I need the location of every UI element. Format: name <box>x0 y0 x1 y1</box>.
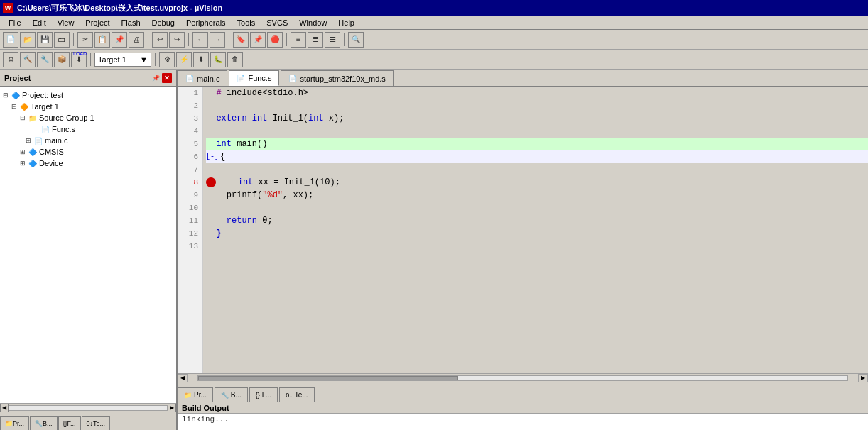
fwd-btn[interactable]: → <box>210 32 225 48</box>
expand-device[interactable]: ⊞ <box>20 160 27 167</box>
ln-4: 4 <box>178 125 202 138</box>
target-label: Target 1 <box>31 102 59 111</box>
cut-btn[interactable]: ✂ <box>77 32 93 48</box>
menu-item-svcs[interactable]: SVCS <box>261 17 293 28</box>
expand-cmsis[interactable]: ⊞ <box>20 148 27 155</box>
code-pp-1 <box>206 87 216 99</box>
tree-device[interactable]: ⊞ 🔷 Device <box>0 158 176 169</box>
proj-tab-project[interactable]: 📁 Pr... <box>0 416 29 430</box>
collapse-btn-6[interactable]: [-] <box>206 150 219 163</box>
btab-funcs[interactable]: {} F... <box>249 387 278 402</box>
expand-source-group[interactable]: ⊟ <box>20 114 27 121</box>
paste-btn[interactable]: 📌 <box>112 32 127 48</box>
proj-tab-funcs[interactable]: {} F... <box>58 416 81 430</box>
menu-item-window[interactable]: Window <box>293 17 332 28</box>
erase-btn[interactable]: 🗑 <box>227 52 243 67</box>
code-indent-5 <box>206 138 216 150</box>
ln-13: 13 <box>178 240 202 253</box>
menu-item-flash[interactable]: Flash <box>116 17 146 28</box>
expand-project[interactable]: ⊟ <box>3 92 10 99</box>
expand-target[interactable]: ⊟ <box>11 103 18 110</box>
code-brace-open: { <box>220 150 225 163</box>
hscroll-track[interactable] <box>9 405 168 411</box>
menu-item-edit[interactable]: Edit <box>27 17 52 28</box>
target-dropdown[interactable]: Target 1 ▼ <box>94 53 151 67</box>
options-btn[interactable]: ⚙ <box>159 52 175 67</box>
menu-item-file[interactable]: File <box>3 17 27 28</box>
hscroll-right-arrow[interactable]: ▶ <box>858 374 868 382</box>
tree-project-root[interactable]: ⊟ 🔷 Project: test <box>0 89 176 101</box>
menu-item-tools[interactable]: Tools <box>232 17 261 28</box>
find-btn[interactable]: 🔍 <box>348 32 364 48</box>
new-btn[interactable]: 📄 <box>3 32 18 48</box>
proj-tab-proj-icon: 📁 <box>5 420 13 427</box>
back-btn[interactable]: ← <box>192 32 208 48</box>
menu-item-view[interactable]: View <box>52 17 80 28</box>
btab-books[interactable]: 🔧 B... <box>215 387 248 402</box>
sep8 <box>155 53 156 66</box>
ln-5: 5 <box>178 138 202 150</box>
code-extern: extern <box>216 112 246 125</box>
proj-tab-books[interactable]: 🔧 B... <box>30 416 58 430</box>
copy-btn[interactable]: 📋 <box>94 32 110 48</box>
btab-templates[interactable]: 0↓ Te... <box>279 387 314 402</box>
download-btn[interactable]: ⬇ <box>193 52 209 67</box>
scrollbar-thumb[interactable] <box>198 376 458 380</box>
tree-mainc[interactable]: ⊞ 📄 main.c <box>0 135 176 146</box>
load-btn[interactable]: LOAD⬇ <box>71 52 87 67</box>
undo-btn[interactable]: ↩ <box>152 32 168 48</box>
menu-item-help[interactable]: Help <box>332 17 360 28</box>
menu-item-peripherals[interactable]: Peripherals <box>180 17 232 28</box>
proj-tab-books-icon: 🔧 <box>35 420 43 427</box>
editor-scrollbar[interactable]: ◀ ▶ <box>178 373 868 382</box>
rebuild-btn[interactable]: 🔧 <box>37 52 53 67</box>
bkpt3-btn[interactable]: 🔴 <box>267 32 283 48</box>
app-icon: W <box>3 3 13 13</box>
save-all-btn[interactable]: 🗃 <box>54 32 70 48</box>
flash-btn[interactable]: ⚡ <box>176 52 192 67</box>
hscroll-right[interactable]: ▶ <box>168 404 176 412</box>
indent3-btn[interactable]: ☰ <box>325 32 340 48</box>
indent-btn[interactable]: ≡ <box>291 32 306 48</box>
tree-target[interactable]: ⊟ 🔶 Target 1 <box>0 101 176 112</box>
code-int-8: int <box>238 176 254 189</box>
device-label: Device <box>39 159 63 167</box>
hscroll-left[interactable]: ◀ <box>0 404 9 412</box>
code-line-10 <box>206 202 868 214</box>
hscroll-left-arrow[interactable]: ◀ <box>178 374 188 382</box>
tree-source-group[interactable]: ⊟ 📁 Source Group 1 <box>0 112 176 123</box>
redo-btn[interactable]: ↪ <box>169 32 185 48</box>
build-btn[interactable]: 🔨 <box>20 52 36 67</box>
save-btn[interactable]: 💾 <box>37 32 53 48</box>
batch-btn[interactable]: 📦 <box>54 52 70 67</box>
editor-container: 📄 main.c 📄 Func.s 📄 startup_stm32f10x_md… <box>178 70 868 382</box>
menu-item-project[interactable]: Project <box>80 17 115 28</box>
scrollbar-track[interactable] <box>197 375 848 381</box>
print-btn[interactable]: 🖨 <box>129 32 144 48</box>
project-icon: 🔷 <box>11 92 20 99</box>
pin-button[interactable]: 📌 <box>151 73 161 83</box>
close-button[interactable]: ✕ <box>162 73 172 83</box>
code-num-10: 10 <box>320 176 330 189</box>
tree-cmsis[interactable]: ⊞ 🔷 CMSIS <box>0 146 176 158</box>
tab-funcs[interactable]: 📄 Func.s <box>229 70 279 86</box>
btab-project[interactable]: 📁 Pr... <box>178 387 213 402</box>
compile-btn[interactable]: ⚙ <box>3 52 18 67</box>
open-btn[interactable]: 📂 <box>20 32 36 48</box>
indent2-btn[interactable]: ≣ <box>308 32 323 48</box>
tab-mainc[interactable]: 📄 main.c <box>178 70 227 86</box>
expand-mainc[interactable]: ⊞ <box>26 137 33 144</box>
code-text-area[interactable]: # include<stdio.h> extern int Init_1(int… <box>203 87 868 373</box>
tab-startup[interactable]: 📄 startup_stm32f10x_md.s <box>281 70 393 86</box>
tab-mainc-icon: 📄 <box>185 75 194 82</box>
proj-tab-templates[interactable]: 0↓ Te... <box>82 416 111 430</box>
build-output-header: Build Output <box>178 402 868 414</box>
bkpt-btn[interactable]: 🔖 <box>233 32 249 48</box>
sep2 <box>148 33 148 46</box>
code-brace-close: } <box>216 227 221 240</box>
bkpt2-btn[interactable]: 📌 <box>250 32 266 48</box>
debug-btn[interactable]: 🐛 <box>210 52 226 67</box>
menu-item-debug[interactable]: Debug <box>146 17 180 28</box>
project-title: Project <box>4 74 31 82</box>
tree-funcs[interactable]: 📄 Func.s <box>0 123 176 135</box>
